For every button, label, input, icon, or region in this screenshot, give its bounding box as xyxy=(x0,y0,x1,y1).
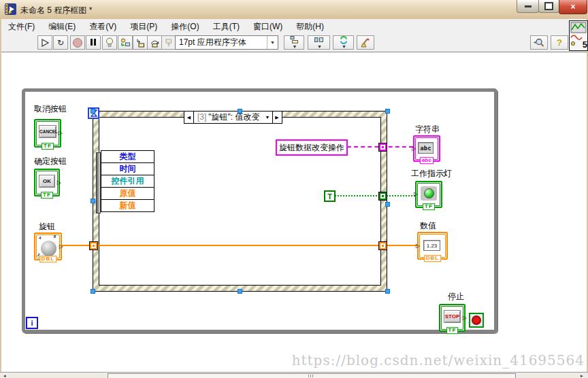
event-data-node-spine[interactable] xyxy=(96,152,101,213)
event-data-node[interactable]: 类型 时间 控件引用 原值 新值 xyxy=(101,151,154,212)
vi-icon[interactable]: 5 xyxy=(569,20,588,51)
selector-next-icon[interactable]: ▶ xyxy=(272,111,282,123)
iteration-terminal[interactable]: i xyxy=(26,317,38,329)
input-arrow-icon: ▷ xyxy=(412,145,416,151)
help-button[interactable]: ? xyxy=(551,35,568,50)
step-out-button[interactable] xyxy=(161,35,176,50)
event-data-row-newval[interactable]: 新值 xyxy=(101,199,154,212)
selection-handle[interactable] xyxy=(91,199,95,203)
search-button[interactable] xyxy=(530,35,548,50)
stop-button-terminal[interactable]: STOP TF ▷ xyxy=(439,304,466,332)
run-continuous-button[interactable]: ↻ xyxy=(53,35,68,50)
true-constant[interactable]: T xyxy=(324,190,336,202)
led-indicator-label[interactable]: 工作指示灯 xyxy=(411,168,452,179)
align-objects-icon xyxy=(290,36,299,44)
menu-item-edit[interactable]: 编辑(E) xyxy=(42,19,82,34)
menu-item-view[interactable]: 查看(V) xyxy=(82,19,123,34)
string-indicator-terminal[interactable]: abc abc ▷ xyxy=(413,135,440,162)
selection-handle[interactable] xyxy=(385,202,390,207)
highlight-execution-button[interactable] xyxy=(102,35,117,50)
string-constant[interactable]: 旋钮数据改变操作 xyxy=(276,139,348,156)
selection-handle[interactable] xyxy=(238,289,242,294)
loop-condition-terminal[interactable] xyxy=(469,313,484,328)
window-edge-left xyxy=(0,19,1,378)
step-over-button[interactable] xyxy=(147,35,162,50)
pause-button[interactable] xyxy=(86,35,101,50)
led-indicator-terminal[interactable]: TF ▷ xyxy=(415,181,442,208)
event-data-row-ctlref[interactable]: 控件引用 xyxy=(101,175,154,188)
knob-type-tab: DBL xyxy=(39,256,56,262)
menu-item-project[interactable]: 项目(P) xyxy=(123,19,164,34)
ok-button-label[interactable]: 确定按钮 xyxy=(34,156,67,167)
event-selector-label[interactable]: ◀ [3]"旋钮": 值改变 ▼ ▶ xyxy=(184,111,282,124)
step-out-icon xyxy=(164,38,174,48)
ok-button-terminal[interactable]: OK TF ▷ xyxy=(34,169,60,196)
menu-item-help[interactable]: 帮助(H) xyxy=(289,19,331,34)
close-button[interactable]: × xyxy=(559,0,587,14)
chevron-down-icon: ▼ xyxy=(317,44,322,49)
menu-item-tools[interactable]: 工具(T) xyxy=(206,19,246,34)
selection-handle[interactable] xyxy=(91,289,95,294)
stop-button-label[interactable]: 停止 xyxy=(448,291,464,303)
selector-prev-icon[interactable]: ◀ xyxy=(184,111,194,123)
knob-terminal[interactable]: 2 4 6 DBL ▷ xyxy=(34,233,62,260)
distribute-objects-button[interactable]: ▼ xyxy=(308,35,330,50)
scroll-left-icon[interactable]: ◂ xyxy=(3,373,6,378)
cancel-button-terminal[interactable]: CANCEL TF ▷ xyxy=(34,119,61,148)
menu-item-window[interactable]: 窗口(W) xyxy=(246,19,289,34)
cleanup-diagram-button[interactable] xyxy=(357,35,374,50)
led-pad xyxy=(421,186,437,201)
font-selector[interactable]: 17pt 应用程序字体 ▼ xyxy=(175,35,278,50)
step-into-button[interactable] xyxy=(133,35,148,50)
string-indicator-label[interactable]: 字符串 xyxy=(415,124,440,135)
event-data-row-oldval[interactable]: 原值 xyxy=(101,187,154,200)
cancel-button-label[interactable]: 取消按钮 xyxy=(34,103,67,115)
wire-boolean[interactable] xyxy=(335,195,415,196)
cancel-type-tab: TF xyxy=(42,143,54,150)
selection-handle[interactable] xyxy=(385,109,390,114)
abort-button[interactable] xyxy=(70,35,85,50)
event-data-row-type[interactable]: 类型 xyxy=(101,150,154,163)
align-objects-button[interactable]: ▼ xyxy=(284,35,304,50)
labview-app-icon xyxy=(5,3,16,15)
input-arrow-icon: ▷ xyxy=(416,242,420,248)
stop-type-tab: TF xyxy=(446,327,459,334)
numeric-indicator-terminal[interactable]: 1.23 DBL ▷ xyxy=(417,232,448,260)
titlebar: 未命名 5 程序框图 * × xyxy=(0,0,588,20)
abort-icon xyxy=(73,38,82,48)
selector-dropdown-icon[interactable]: ▼ xyxy=(263,111,272,123)
retain-wire-values-button[interactable] xyxy=(118,35,133,50)
minimize-button[interactable] xyxy=(517,0,539,13)
tunnel-boolean[interactable] xyxy=(378,192,387,201)
knob-label[interactable]: 旋钮 xyxy=(39,221,55,233)
selection-handle[interactable] xyxy=(91,109,95,114)
cancel-face: CANCEL xyxy=(39,125,56,138)
knob-icon: 2 4 6 xyxy=(41,241,56,256)
stop-face: STOP xyxy=(444,310,461,323)
chevron-down-icon: ▼ xyxy=(342,44,346,49)
tunnel-numeric-right[interactable] xyxy=(378,241,387,250)
input-arrow-icon: ▷ xyxy=(414,191,418,197)
numeric-indicator-label[interactable]: 数值 xyxy=(420,220,436,232)
close-icon: × xyxy=(570,2,575,12)
menu-item-operate[interactable]: 操作(O) xyxy=(164,19,206,34)
maximize-button[interactable] xyxy=(538,0,559,13)
scrollbar-thumb[interactable] xyxy=(108,373,516,378)
scroll-right-icon[interactable]: ▸ xyxy=(581,373,583,378)
ok-face: OK xyxy=(39,175,55,188)
reorder-button[interactable]: ▼ xyxy=(333,35,354,50)
tunnel-string[interactable] xyxy=(378,143,387,152)
selection-handle[interactable] xyxy=(385,289,390,294)
horizontal-scrollbar[interactable]: ◂ ▸ xyxy=(0,372,588,378)
selector-case-index: [3] xyxy=(197,112,206,122)
ok-type-tab: TF xyxy=(41,192,53,199)
output-arrow-icon: ▷ xyxy=(59,243,63,249)
tunnel-numeric-left[interactable] xyxy=(89,241,98,250)
event-data-row-time[interactable]: 时间 xyxy=(101,162,154,175)
run-button[interactable] xyxy=(37,35,52,50)
selection-handle[interactable] xyxy=(238,109,242,114)
output-arrow-icon: ▷ xyxy=(463,314,467,320)
menu-item-file[interactable]: 文件(F) xyxy=(1,19,42,34)
wire-numeric[interactable] xyxy=(62,245,418,246)
minimize-icon xyxy=(525,5,532,7)
